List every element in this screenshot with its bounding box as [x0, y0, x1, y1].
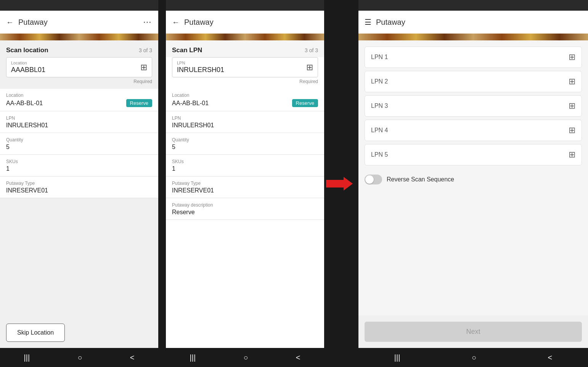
header-title: Putaway	[18, 18, 143, 27]
location-input-value: AAABBL01	[11, 66, 147, 74]
barcode-icon-4: ⊞	[569, 125, 575, 135]
table-row: SKUs 1	[0, 155, 158, 176]
row-label: LPN	[172, 115, 318, 121]
row-value: 1	[6, 165, 152, 172]
table-row: Putaway description Reserve	[166, 199, 324, 220]
required-label: Required	[0, 79, 158, 84]
table-row: LPN INRULERSH01	[0, 112, 158, 133]
section-count: 3 of 3	[305, 47, 318, 53]
table-row: Location AA-AB-BL-01 Reserve	[0, 89, 158, 111]
section-title: Scan LPN	[172, 46, 202, 54]
main-content: Scan location 3 of 3 Location AAABBL01 ⊞…	[0, 40, 158, 317]
menu-button[interactable]: ⋯	[143, 17, 152, 27]
table-row: Location AA-AB-BL-01 Reserve	[166, 89, 324, 111]
lpn-row-2[interactable]: LPN 2 ⊞	[365, 71, 582, 92]
row-value: INRESERVE01	[172, 187, 318, 194]
reverse-scan-row: Reverse Scan Sequence	[358, 168, 588, 191]
lpn-row-4[interactable]: LPN 4 ⊞	[365, 120, 582, 141]
section-title: Scan location	[6, 46, 48, 54]
lpn-input-label: LPN	[177, 61, 313, 65]
banner-strip	[0, 34, 158, 40]
nav-back-icon[interactable]: <	[548, 353, 553, 362]
lpn-label-5: LPN 5	[371, 151, 388, 158]
header-title: Putaway	[184, 18, 318, 27]
barcode-icon-3: ⊞	[569, 101, 575, 111]
row-value: AA-AB-BL-01	[6, 100, 43, 107]
nav-home-icon[interactable]: ○	[77, 353, 82, 362]
status-bar	[166, 0, 324, 11]
nav-bar: ||| ○ <	[166, 348, 324, 367]
main-content: Scan LPN 3 of 3 LPN INRULERSH01 ⊞ Requir…	[166, 40, 324, 348]
panel-scan-location: ← Putaway ⋯ Scan location 3 of 3 Locatio…	[0, 0, 158, 367]
lpn-row-3[interactable]: LPN 3 ⊞	[365, 95, 582, 117]
row-label: Quantity	[172, 137, 318, 143]
table-row: LPN INRULERSH01	[166, 112, 324, 133]
back-button[interactable]: ←	[172, 18, 180, 27]
next-button[interactable]: Next	[365, 322, 582, 342]
barcode-scan-icon[interactable]: ⊞	[306, 63, 313, 72]
reverse-scan-toggle[interactable]	[365, 175, 382, 184]
reserve-badge: Reserve	[292, 99, 318, 107]
header: ← Putaway	[166, 11, 324, 34]
location-input-container[interactable]: Location AAABBL01 ⊞	[6, 57, 152, 77]
right-arrow-icon	[326, 177, 353, 191]
banner-strip	[358, 34, 588, 40]
lpn-label-2: LPN 2	[371, 78, 388, 85]
lpn-row-1[interactable]: LPN 1 ⊞	[365, 46, 582, 68]
row-value: 5	[172, 144, 318, 151]
table-row: Quantity 5	[166, 133, 324, 155]
nav-menu-icon[interactable]: |||	[190, 353, 196, 362]
row-label: Location	[172, 93, 318, 98]
nav-home-icon[interactable]: ○	[243, 353, 248, 362]
bottom-area: Next	[358, 316, 588, 348]
svg-marker-0	[326, 177, 353, 191]
panel-scan-lpn: ← Putaway Scan LPN 3 of 3 LPN INRULERSH0…	[166, 0, 324, 367]
arrow-container	[324, 0, 355, 367]
table-row: Putaway Type INRESERVE01	[0, 177, 158, 198]
row-label: Location	[6, 93, 152, 98]
row-label: SKUs	[6, 159, 152, 164]
bottom-area: Skip Location	[0, 317, 158, 348]
data-section: Location AA-AB-BL-01 Reserve LPN INRULER…	[166, 89, 324, 220]
nav-back-icon[interactable]: <	[296, 353, 300, 362]
toggle-knob	[365, 175, 374, 184]
header: ← Putaway ⋯	[0, 11, 158, 34]
table-row: Quantity 5	[0, 133, 158, 155]
row-value: 5	[6, 144, 152, 151]
data-section: Location AA-AB-BL-01 Reserve LPN INRULER…	[0, 89, 158, 198]
row-label: Putaway Type	[172, 181, 318, 186]
status-bar	[358, 0, 588, 11]
row-value: 1	[172, 165, 318, 172]
hamburger-icon[interactable]: ☰	[365, 18, 371, 27]
back-button[interactable]: ←	[6, 18, 14, 27]
table-row: Putaway Type INRESERVE01	[166, 177, 324, 198]
lpn-label-3: LPN 3	[371, 103, 388, 109]
skip-location-button[interactable]: Skip Location	[6, 324, 65, 342]
nav-menu-icon[interactable]: |||	[394, 353, 400, 362]
barcode-icon-5: ⊞	[569, 150, 575, 160]
nav-back-icon[interactable]: <	[130, 353, 135, 362]
section-header: Scan location 3 of 3	[0, 40, 158, 57]
row-label: LPN	[6, 115, 152, 121]
row-label: SKUs	[172, 159, 318, 164]
row-value: INRESERVE01	[6, 187, 152, 194]
section-header: Scan LPN 3 of 3	[166, 40, 324, 57]
nav-menu-icon[interactable]: |||	[24, 353, 30, 362]
row-value: INRULERSH01	[6, 122, 152, 129]
banner-strip	[166, 34, 324, 40]
row-label: Putaway description	[172, 202, 318, 208]
barcode-scan-icon[interactable]: ⊞	[140, 63, 147, 72]
nav-home-icon[interactable]: ○	[472, 353, 476, 362]
row-value: Reserve	[172, 209, 318, 216]
reserve-badge: Reserve	[126, 99, 152, 107]
required-label: Required	[166, 79, 324, 84]
nav-bar: ||| ○ <	[0, 348, 158, 367]
lpn-row-5[interactable]: LPN 5 ⊞	[365, 144, 582, 165]
section-count: 3 of 3	[139, 47, 152, 53]
main-content: LPN 1 ⊞ LPN 2 ⊞ LPN 3 ⊞ LPN 4 ⊞ LPN 5 ⊞	[358, 40, 588, 316]
status-bar	[0, 0, 158, 11]
table-row: SKUs 1	[166, 155, 324, 176]
header: ☰ Putaway	[358, 11, 588, 34]
lpn-input-container[interactable]: LPN INRULERSH01 ⊞	[172, 57, 318, 77]
location-input-label: Location	[11, 61, 147, 65]
